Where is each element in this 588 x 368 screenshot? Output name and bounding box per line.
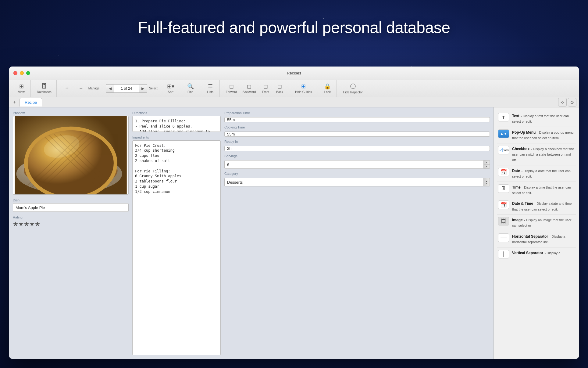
select-group: ◀ 1 of 24 ▶ Select [103, 80, 160, 97]
cooking-time-section: Cooking Time [224, 125, 490, 137]
nav-next-button[interactable]: ▶ [139, 84, 147, 93]
inspector-hsep-desc: Horizontal Separator - Display a horizon… [512, 233, 575, 245]
remove-icon: − [80, 85, 83, 92]
inspector-popup-desc: Pop-Up Menu - Display a pop-up menu that… [512, 129, 575, 141]
lock-group: 🔒 Lock [318, 80, 337, 97]
forward-icon: ◻ [229, 83, 234, 90]
add-record-button[interactable]: + [60, 84, 74, 93]
select-label: Select [149, 87, 158, 90]
inspector-date-item[interactable]: 📅 Date - Display a date that the user ca… [497, 165, 576, 182]
inspector-hsep-item[interactable]: — Horizontal Separator - Display a horiz… [497, 231, 576, 247]
inspector-time-desc: Time - Display a time that the user can … [512, 184, 575, 196]
content-area: Preview [9, 107, 579, 359]
sort-button[interactable]: ⊞▾ Sort [164, 82, 177, 95]
inspector-checkbox-item[interactable]: ☑ Yes Checkbox - Display a checkbox that… [497, 143, 576, 165]
popup-field-icon: ▲▼ [498, 129, 509, 138]
date-field-icon: 📅 [498, 168, 509, 176]
ingredients-label: Ingredients [132, 135, 221, 139]
arrange-group: ◻ Forward ◻ Backward ◻ Front ◻ Back [221, 80, 289, 97]
back-label: Back [276, 90, 283, 94]
view-button[interactable]: ⊞ View [15, 82, 28, 95]
lists-button[interactable]: ☰ Lists [204, 82, 217, 95]
tab-recipe[interactable]: Recipe [20, 98, 42, 106]
servings-down-button[interactable]: ▼ [484, 165, 490, 169]
snap-button[interactable]: ⊹ [558, 98, 567, 106]
front-button[interactable]: ◻ Front [259, 82, 272, 95]
lock-icon: 🔒 [324, 83, 331, 90]
hide-guides-label: Hide Guides [295, 90, 312, 94]
dish-input[interactable] [13, 203, 129, 212]
tab-bar: + Recipe ⊹ ⊙ [9, 97, 579, 107]
inspector-vsep-item[interactable]: | Vertical Separator - Display a [497, 247, 576, 261]
toolbar: ⊞ View 🗄 Databases + − Manage ◀ 1 [9, 80, 579, 97]
titlebar: Recipes [9, 67, 579, 80]
add-icon: + [66, 85, 69, 92]
guides-group: ⊞ Hide Guides [290, 80, 317, 97]
left-column: Preview [13, 111, 129, 355]
lock-button[interactable]: 🔒 Lock [321, 82, 334, 95]
add-tab-button[interactable]: + [12, 99, 18, 105]
main-panel: Preview [9, 107, 494, 359]
preview-label: Preview [13, 111, 129, 115]
ready-in-label: Ready In [224, 140, 490, 143]
rating-label: Rating [13, 215, 129, 219]
cooking-time-input[interactable] [224, 132, 490, 137]
close-button[interactable] [13, 71, 17, 75]
cooking-time-label: Cooking Time [224, 125, 490, 129]
category-select[interactable]: Desserts Main Course Appetizers Salads S… [224, 178, 484, 186]
hide-inspector-label: Hide Inspector [343, 91, 362, 94]
inspector-image-item[interactable]: 🖼 Image - Display an image that the user… [497, 215, 576, 231]
inspector-datetime-desc: Date & Time - Display a date and time th… [512, 200, 575, 212]
inspector-text-item[interactable]: T Text - Display a text that the user ca… [497, 110, 576, 127]
checkbox-field-icon: ☑ Yes [498, 146, 509, 154]
inspector-time-item[interactable]: 🗓 Time - Display a time that the user ca… [497, 182, 576, 198]
headline: Full-featured and powerful personal data… [0, 18, 588, 37]
traffic-lights [9, 71, 30, 75]
directions-textarea[interactable] [132, 116, 221, 132]
info-button[interactable]: ⊙ [568, 98, 576, 106]
nav-group: ◀ 1 of 24 ▶ [106, 84, 147, 93]
servings-up-button[interactable]: ▲ [484, 161, 490, 165]
backward-button[interactable]: ◻ Backward [240, 82, 258, 95]
databases-label: Databases [37, 90, 52, 94]
hide-guides-button[interactable]: ⊞ Hide Guides [293, 82, 314, 95]
preview-section: Preview [13, 111, 129, 195]
sort-group: ⊞▾ Sort [162, 80, 180, 97]
tab-recipe-label: Recipe [25, 100, 37, 105]
datetime-field-icon: 📅 [498, 200, 509, 209]
remove-record-button[interactable]: − [74, 84, 88, 93]
inspector-popup-item[interactable]: ▲▼ Pop-Up Menu - Display a pop-up menu t… [497, 127, 576, 143]
category-select-arrows: ▲▼ [484, 178, 490, 186]
preview-box[interactable] [13, 116, 129, 195]
record-indicator: 1 of 24 [114, 84, 139, 93]
inspector-datetime-item[interactable]: 📅 Date & Time - Display a date and time … [497, 198, 576, 215]
back-button[interactable]: ◻ Back [273, 82, 286, 95]
backward-label: Backward [242, 90, 256, 94]
front-icon: ◻ [263, 83, 268, 90]
find-button[interactable]: 🔍 Find [184, 82, 197, 95]
databases-button[interactable]: 🗄 Databases [34, 82, 54, 95]
ingredients-textarea[interactable] [132, 140, 221, 355]
nav-prev-button[interactable]: ◀ [106, 84, 114, 93]
servings-input[interactable] [224, 160, 484, 169]
hide-inspector-button[interactable]: ⓘ Hide Inspector [340, 81, 365, 95]
hsep-field-icon: — [498, 233, 509, 242]
maximize-button[interactable] [26, 71, 30, 75]
prep-time-input[interactable] [224, 117, 490, 122]
inspector-text-desc: Text - Display a text that the user can … [512, 113, 575, 124]
dish-label: Dish [13, 198, 129, 202]
inspector-icon: ⓘ [350, 83, 356, 90]
time-field-icon: 🗓 [498, 184, 509, 193]
minimize-button[interactable] [20, 71, 24, 75]
rating-stars[interactable]: ★★★★★ [13, 220, 129, 228]
back-icon: ◻ [277, 83, 282, 90]
forward-button[interactable]: ◻ Forward [223, 82, 240, 95]
search-icon: 🔍 [187, 83, 194, 90]
ready-in-input[interactable] [224, 146, 490, 151]
ingredients-section: Ingredients [132, 135, 221, 355]
ready-in-section: Ready In [224, 140, 490, 151]
tab-actions: ⊹ ⊙ [558, 98, 576, 106]
inspector-image-desc: Image - Display an image that the user c… [512, 217, 575, 228]
pie-image [13, 116, 128, 194]
center-column: Directions Ingredients [132, 111, 221, 355]
